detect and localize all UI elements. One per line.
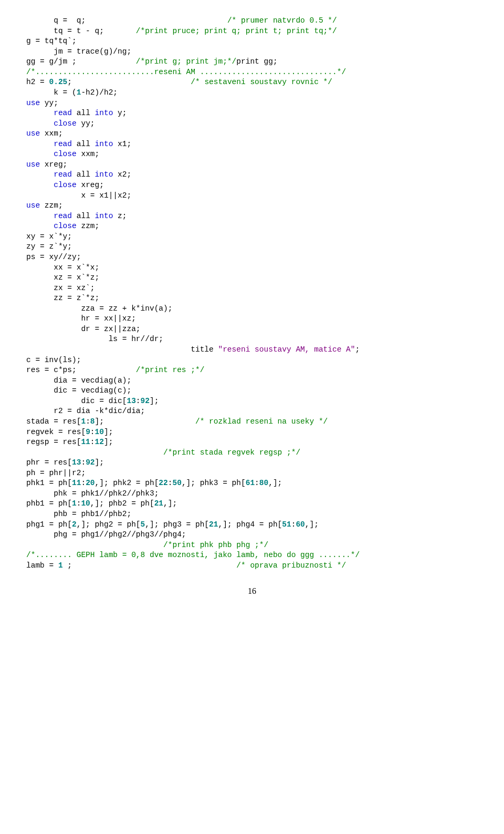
code-segment: 50 — [172, 479, 181, 487]
code-segment: c = inv(ls); — [26, 356, 81, 364]
code-segment: ; — [63, 561, 237, 570]
code-segment: 80 — [259, 479, 268, 487]
code-segment: all — [72, 212, 95, 220]
code-segment: phk1 = ph[ — [26, 479, 72, 487]
code-block: q = q; /* prumer natvrdo 0.5 */ tq = t -… — [26, 16, 478, 571]
code-segment: 10 — [95, 428, 104, 436]
code-segment: 11 — [72, 479, 81, 487]
code-segment: /* oprava pribuznosti */ — [236, 561, 346, 570]
code-segment: phb = phb1//phb2; — [26, 510, 131, 518]
code-segment: phr = res[ — [26, 458, 72, 467]
code-segment: xreg; — [77, 181, 104, 189]
code-segment: regsp = res[ — [26, 438, 81, 446]
code-segment: ,]; — [163, 499, 177, 508]
code-segment: read — [54, 140, 72, 148]
code-segment: : — [255, 479, 259, 487]
code-segment: k = ( — [26, 88, 77, 97]
code-segment: : — [136, 397, 141, 405]
code-segment: 12 — [95, 438, 104, 446]
code-segment: xy = x`*y; — [26, 232, 72, 241]
code-segment: 92 — [141, 397, 150, 405]
code-segment: dia = vecdiag(a); — [26, 376, 131, 385]
code-segment: ,]; — [268, 479, 282, 487]
code-segment — [26, 181, 54, 189]
code-segment: : — [90, 438, 95, 446]
code-segment: tq = t - q; — [26, 27, 136, 35]
code-segment: all — [72, 170, 95, 179]
code-segment: xxm; — [77, 150, 100, 158]
code-segment: use — [26, 201, 40, 210]
code-segment: gg = g/jm ; — [26, 57, 136, 66]
code-segment: all — [72, 140, 95, 148]
code-segment: ; — [355, 345, 360, 354]
code-segment: ]; — [95, 417, 195, 426]
code-segment: xz = x`*z; — [26, 273, 99, 282]
code-segment: 1 — [72, 499, 77, 508]
code-segment: 20 — [86, 479, 94, 487]
code-segment: h2 = — [26, 78, 49, 86]
code-segment: 0.25 — [49, 78, 68, 86]
code-segment: ,]; phg4 = ph[ — [218, 520, 282, 529]
code-segment — [26, 150, 54, 158]
code-segment: close — [54, 119, 77, 128]
code-segment: zzm; — [40, 201, 63, 210]
code-segment: q = q; — [26, 16, 227, 25]
code-segment: ls = hr//dr; — [26, 335, 163, 343]
page-number: 16 — [26, 585, 478, 597]
code-segment: 51 — [282, 520, 291, 529]
code-segment: y; — [113, 109, 127, 117]
code-segment: dic = vecdiag(c); — [26, 386, 131, 395]
code-segment: phk = phk1//phk2//phk3; — [26, 489, 159, 498]
code-segment: lamb = — [26, 561, 58, 570]
code-segment: read — [54, 170, 72, 179]
code-segment: ps = xy//zy; — [26, 253, 81, 261]
code-segment: z; — [113, 212, 127, 220]
code-segment: r2 = dia -k*dic/dia; — [26, 407, 145, 415]
code-segment: /*print pruce; print q; print t; print t… — [136, 27, 337, 35]
code-segment: ph = phr||r2; — [26, 469, 86, 477]
code-segment: ,]; phg3 = ph[ — [145, 520, 209, 529]
code-segment: ]; — [95, 458, 104, 467]
code-segment: ,]; phb2 = ph[ — [90, 499, 154, 508]
code-segment — [26, 448, 163, 457]
code-segment: 9 — [86, 428, 90, 436]
code-segment: xxm; — [40, 129, 63, 138]
code-segment: xreg; — [40, 160, 67, 169]
code-segment: /* rozklad reseni na useky */ — [195, 417, 328, 426]
code-segment: into — [95, 212, 113, 220]
code-segment: /* sestaveni soustavy rovnic */ — [191, 78, 332, 86]
code-segment — [26, 170, 54, 179]
code-segment: zzm; — [77, 222, 100, 230]
code-segment: yy; — [77, 119, 95, 128]
code-segment: zza = zz + k*inv(a); — [26, 304, 172, 313]
code-segment: 8 — [90, 417, 95, 426]
code-segment: g = tq*tq`; — [26, 37, 77, 45]
code-segment: /* prumer natvrdo 0.5 */ — [227, 16, 337, 25]
code-segment: /*print phk phb phg ;*/ — [163, 541, 268, 549]
code-segment: phg = phg1//phg2//phg3//phg4; — [26, 530, 186, 539]
code-segment: 13 — [127, 397, 135, 405]
code-segment: x2; — [113, 170, 131, 179]
code-segment: stada = res[ — [26, 417, 81, 426]
code-segment: 1 — [81, 417, 86, 426]
code-segment: hr = xx||xz; — [26, 314, 136, 323]
code-segment: yy; — [40, 99, 58, 107]
code-segment: ; — [67, 78, 191, 86]
code-segment: zz = z`*z; — [26, 294, 99, 302]
code-segment: title — [26, 345, 218, 354]
code-segment: -h2)/h2; — [81, 88, 118, 97]
code-segment: into — [95, 170, 113, 179]
code-segment: read — [54, 212, 72, 220]
code-segment: 21 — [154, 499, 163, 508]
code-segment: 22 — [159, 479, 167, 487]
code-segment: dr = zx||zza; — [26, 325, 141, 333]
code-segment: /*..........................reseni AM ..… — [26, 68, 346, 76]
code-segment: 60 — [296, 520, 304, 529]
code-segment: use — [26, 129, 40, 138]
code-segment: into — [95, 109, 113, 117]
code-segment: : — [86, 417, 90, 426]
code-segment: zy = z`*y; — [26, 242, 72, 251]
code-segment: ]; — [104, 428, 113, 436]
code-segment: close — [54, 222, 77, 230]
code-segment — [26, 119, 54, 128]
